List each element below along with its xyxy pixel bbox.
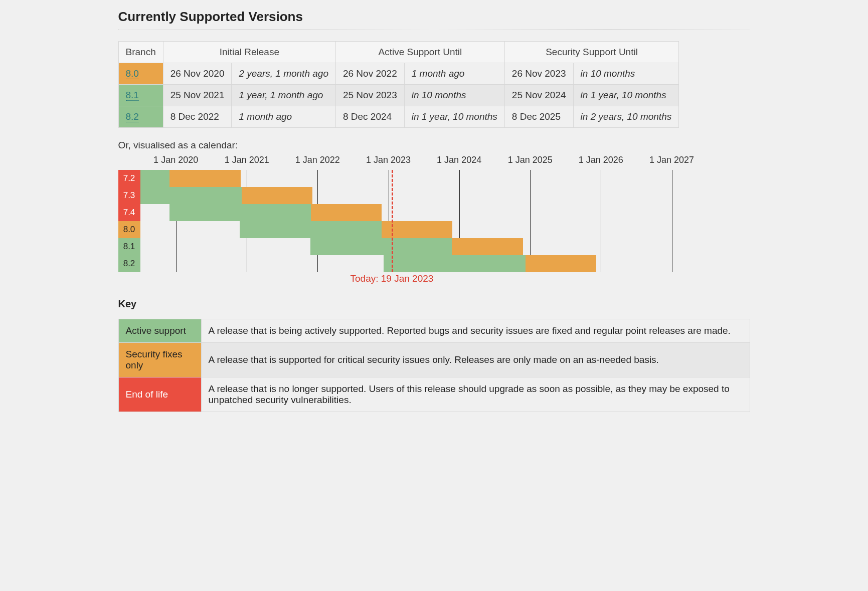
- key-desc: A release that is being actively support…: [201, 319, 750, 343]
- key-row: End of lifeA release that is no longer s…: [118, 377, 750, 412]
- security-ago: in 1 year, 10 months: [573, 85, 679, 106]
- bar-security-only: [526, 255, 596, 272]
- active-until: 26 Nov 2022: [335, 63, 404, 85]
- x-tick-label: 1 Jan 2025: [508, 155, 553, 165]
- col-branch: Branch: [118, 42, 163, 63]
- support-calendar-chart: 1 Jan 20201 Jan 20211 Jan 20221 Jan 2023…: [118, 155, 750, 272]
- security-until: 26 Nov 2023: [504, 63, 573, 85]
- branch-cell: 8.2: [118, 106, 163, 128]
- today-line: [392, 170, 393, 272]
- bar-security-only: [169, 170, 241, 187]
- branch-link[interactable]: 8.2: [126, 111, 139, 122]
- x-tick-label: 1 Jan 2020: [153, 155, 198, 165]
- release-ago: 2 years, 1 month ago: [232, 63, 336, 85]
- bar-active-support: [310, 238, 452, 255]
- active-ago: in 10 months: [404, 85, 504, 106]
- table-row: 8.026 Nov 20202 years, 1 month ago26 Nov…: [118, 63, 679, 85]
- bar-active-support: [140, 187, 242, 204]
- bar-security-only: [311, 204, 382, 221]
- branch-cell: 8.0: [118, 63, 163, 85]
- timeline-row: 8.1: [118, 238, 750, 255]
- col-active: Active Support Until: [335, 42, 504, 63]
- x-tick-label: 1 Jan 2027: [649, 155, 694, 165]
- timeline-row: 8.2: [118, 255, 750, 272]
- key-row: Security fixes onlyA release that is sup…: [118, 343, 750, 377]
- timeline-branch-label: 7.2: [118, 170, 140, 187]
- table-row: 8.28 Dec 20221 month ago8 Dec 2024in 1 y…: [118, 106, 679, 128]
- bar-active-support: [169, 204, 311, 221]
- timeline-row: 7.4: [118, 204, 750, 221]
- release-date: 26 Nov 2020: [163, 63, 232, 85]
- x-tick-label: 1 Jan 2023: [366, 155, 411, 165]
- key-swatch: Security fixes only: [118, 343, 201, 377]
- security-ago: in 2 years, 10 months: [573, 106, 679, 128]
- bar-active-support: [140, 170, 170, 187]
- timeline-branch-label: 8.0: [118, 221, 140, 238]
- timeline-branch-label: 7.3: [118, 187, 140, 204]
- branch-cell: 8.1: [118, 85, 163, 106]
- timeline-row: 7.2: [118, 170, 750, 187]
- branch-link[interactable]: 8.1: [126, 90, 139, 101]
- bar-active-support: [240, 221, 381, 238]
- active-until: 25 Nov 2023: [335, 85, 404, 106]
- timeline-branch-label: 7.4: [118, 204, 140, 221]
- release-date: 25 Nov 2021: [163, 85, 232, 106]
- x-tick-label: 1 Jan 2026: [579, 155, 623, 165]
- table-row: 8.125 Nov 20211 year, 1 month ago25 Nov …: [118, 85, 679, 106]
- today-label: Today: 19 Jan 2023: [118, 273, 666, 284]
- bar-active-support: [384, 255, 526, 272]
- key-desc: A release that is supported for critical…: [201, 343, 750, 377]
- col-release: Initial Release: [163, 42, 335, 63]
- release-ago: 1 year, 1 month ago: [232, 85, 336, 106]
- key-swatch: Active support: [118, 319, 201, 343]
- col-security: Security Support Until: [504, 42, 678, 63]
- versions-table: Branch Initial Release Active Support Un…: [118, 41, 679, 128]
- calendar-caption: Or, visualised as a calendar:: [118, 140, 750, 151]
- key-swatch: End of life: [118, 377, 201, 412]
- active-ago: 1 month ago: [404, 63, 504, 85]
- security-until: 8 Dec 2025: [504, 106, 573, 128]
- key-table: Active supportA release that is being ac…: [118, 319, 750, 412]
- key-row: Active supportA release that is being ac…: [118, 319, 750, 343]
- key-heading: Key: [118, 298, 750, 310]
- active-ago: in 1 year, 10 months: [404, 106, 504, 128]
- x-tick-label: 1 Jan 2021: [225, 155, 269, 165]
- security-ago: in 10 months: [573, 63, 679, 85]
- x-tick-label: 1 Jan 2024: [437, 155, 481, 165]
- x-tick-label: 1 Jan 2022: [295, 155, 340, 165]
- bar-security-only: [242, 187, 312, 204]
- timeline-branch-label: 8.2: [118, 255, 140, 272]
- release-date: 8 Dec 2022: [163, 106, 232, 128]
- active-until: 8 Dec 2024: [335, 106, 404, 128]
- timeline-row: 7.3: [118, 187, 750, 204]
- bar-security-only: [452, 238, 523, 255]
- key-desc: A release that is no longer supported. U…: [201, 377, 750, 412]
- release-ago: 1 month ago: [232, 106, 336, 128]
- branch-link[interactable]: 8.0: [126, 68, 139, 79]
- security-until: 25 Nov 2024: [504, 85, 573, 106]
- timeline-branch-label: 8.1: [118, 238, 140, 255]
- timeline-row: 8.0: [118, 221, 750, 238]
- page-title: Currently Supported Versions: [118, 9, 750, 30]
